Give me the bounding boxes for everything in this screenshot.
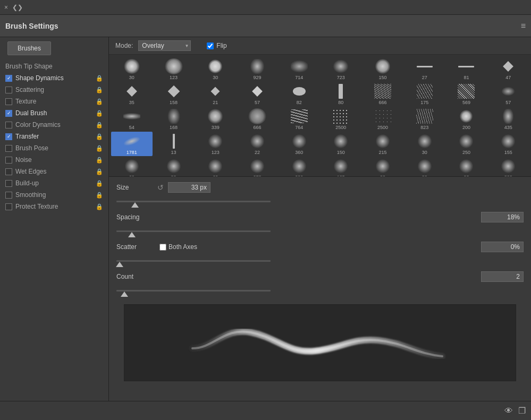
brush-cell[interactable]: 82	[279, 82, 320, 106]
brush-cell[interactable]: 200	[279, 157, 320, 177]
brush-cell[interactable]: 57	[237, 82, 278, 106]
sidebar-item-brush-pose[interactable]: Brush Pose🔒	[0, 142, 108, 154]
brush-cell[interactable]: 800	[487, 157, 529, 177]
panel-menu-icon[interactable]: ≡	[521, 21, 526, 31]
brush-cell[interactable]: 30	[404, 132, 445, 156]
spacing-slider-thumb[interactable]	[128, 232, 136, 237]
lock-icon-shape-dynamics[interactable]: 🔒	[96, 75, 103, 82]
brush-cell[interactable]: 666	[362, 82, 403, 106]
sidebar-checkbox-texture[interactable]	[5, 98, 12, 105]
brush-cell[interactable]: 215	[362, 132, 403, 156]
count-slider-thumb[interactable]	[121, 292, 128, 297]
brush-cell[interactable]: 158	[153, 82, 195, 106]
brush-cell[interactable]: 278	[237, 157, 278, 177]
count-input[interactable]	[481, 271, 524, 282]
sidebar-item-noise[interactable]: Noise🔒	[0, 154, 108, 166]
lock-icon-brush-pose[interactable]: 🔒	[96, 145, 103, 152]
sidebar-checkbox-smoothing[interactable]	[5, 192, 12, 199]
sidebar-item-smoothing[interactable]: Smoothing🔒	[0, 189, 108, 201]
both-axes-checkbox[interactable]	[159, 244, 166, 251]
lock-icon-noise[interactable]: 🔒	[96, 157, 103, 164]
brush-cell[interactable]: 57	[487, 82, 529, 106]
brush-cell[interactable]: 823	[404, 107, 445, 131]
brush-cell[interactable]: 35	[111, 82, 153, 106]
close-icon[interactable]: ×	[4, 4, 8, 11]
brush-cell[interactable]: 666	[237, 107, 278, 131]
brush-cell[interactable]: 360	[279, 132, 320, 156]
brush-cell[interactable]: 30	[111, 57, 153, 81]
sidebar-item-brush-tip-shape[interactable]: Brush Tip Shape	[0, 61, 108, 72]
sidebar-checkbox-build-up[interactable]	[5, 180, 12, 187]
sidebar-checkbox-noise[interactable]	[5, 157, 12, 164]
brush-cell[interactable]: 27	[404, 57, 445, 81]
brushes-button[interactable]: Brushes	[7, 41, 51, 55]
brush-cell[interactable]: 22	[237, 132, 278, 156]
copy-icon[interactable]: ❐	[518, 406, 526, 416]
lock-icon-scattering[interactable]: 🔒	[96, 87, 103, 93]
lock-icon-color-dynamics[interactable]: 🔒	[96, 122, 103, 128]
brush-cell[interactable]: 150	[320, 132, 361, 156]
eye-icon[interactable]: 👁	[504, 406, 513, 416]
brush-cell[interactable]: 54	[111, 107, 153, 131]
sidebar-checkbox-brush-pose[interactable]	[5, 145, 12, 152]
brush-cell[interactable]: 929	[237, 57, 278, 81]
brush-cell[interactable]: 80	[362, 157, 403, 177]
sidebar-checkbox-shape-dynamics[interactable]	[5, 75, 12, 82]
lock-icon-transfer[interactable]: 🔒	[96, 133, 103, 140]
sidebar-item-color-dynamics[interactable]: Color Dynamics🔒	[0, 119, 108, 131]
scatter-slider-track[interactable]	[116, 260, 271, 262]
brush-cell[interactable]: 175	[404, 82, 445, 106]
brush-cell[interactable]: 80	[153, 157, 195, 177]
size-slider-thumb[interactable]	[131, 202, 139, 208]
sidebar-item-shape-dynamics[interactable]: Shape Dynamics🔒	[0, 72, 108, 84]
scatter-input[interactable]	[481, 242, 524, 252]
brush-cell[interactable]: 714	[279, 57, 320, 81]
count-slider-track[interactable]	[116, 290, 271, 292]
lock-icon-smoothing[interactable]: 🔒	[96, 192, 103, 199]
brush-grid-wrap[interactable]: 3012330929714723150278147351582157828066…	[109, 55, 531, 177]
scatter-slider-thumb[interactable]	[116, 262, 123, 267]
brush-cell[interactable]: 13	[153, 132, 195, 156]
brush-cell[interactable]: 168	[153, 107, 195, 131]
sidebar-checkbox-scattering[interactable]	[5, 87, 12, 93]
spacing-input[interactable]	[481, 212, 524, 222]
brush-cell[interactable]: 30	[195, 57, 236, 81]
brush-cell[interactable]: 723	[320, 57, 361, 81]
brush-cell[interactable]: 435	[487, 107, 529, 131]
brush-cell[interactable]: 80	[320, 82, 361, 106]
sidebar-item-scattering[interactable]: Scattering🔒	[0, 84, 108, 96]
brush-cell[interactable]: 123	[153, 57, 195, 81]
brush-cell[interactable]: 185	[320, 157, 361, 177]
brush-cell[interactable]: 81	[446, 57, 487, 81]
sidebar-checkbox-protect-texture[interactable]	[5, 203, 12, 210]
brush-cell[interactable]: 764	[279, 107, 320, 131]
flip-checkbox[interactable]	[207, 42, 214, 49]
sidebar-item-dual-brush[interactable]: Dual Brush🔒	[0, 107, 108, 119]
size-slider-track[interactable]	[116, 201, 271, 202]
brush-cell[interactable]: 1781	[111, 132, 153, 156]
lock-icon-build-up[interactable]: 🔒	[96, 180, 103, 187]
sidebar-item-wet-edges[interactable]: Wet Edges🔒	[0, 166, 108, 177]
brush-cell[interactable]: 569	[446, 82, 487, 106]
spacing-slider-track[interactable]	[116, 230, 271, 232]
sidebar-item-protect-texture[interactable]: Protect Texture🔒	[0, 201, 108, 212]
sidebar-checkbox-dual-brush[interactable]	[5, 110, 12, 117]
brush-cell[interactable]: 2500	[320, 107, 361, 131]
sidebar-item-build-up[interactable]: Build-up🔒	[0, 177, 108, 189]
lock-icon-wet-edges[interactable]: 🔒	[96, 168, 103, 175]
brush-cell[interactable]: 69	[195, 157, 236, 177]
sidebar-checkbox-color-dynamics[interactable]	[5, 122, 12, 128]
sidebar-item-texture[interactable]: Texture🔒	[0, 96, 108, 107]
lock-icon-dual-brush[interactable]: 🔒	[96, 110, 103, 117]
brush-cell[interactable]: 339	[195, 107, 236, 131]
sidebar-checkbox-transfer[interactable]	[5, 133, 12, 140]
size-input[interactable]	[168, 182, 210, 193]
brush-cell[interactable]: 47	[487, 57, 529, 81]
lock-icon-protect-texture[interactable]: 🔒	[96, 203, 103, 210]
brush-cell[interactable]: 92	[446, 157, 487, 177]
mode-select[interactable]: NormalDissolveDarkenMultiplyColor BurnLi…	[138, 40, 191, 51]
collapse-icon[interactable]: ❮❯	[12, 4, 23, 11]
size-reset-icon[interactable]: ↺	[157, 183, 164, 192]
brush-cell[interactable]: 60	[111, 157, 153, 177]
brush-cell[interactable]: 250	[446, 132, 487, 156]
